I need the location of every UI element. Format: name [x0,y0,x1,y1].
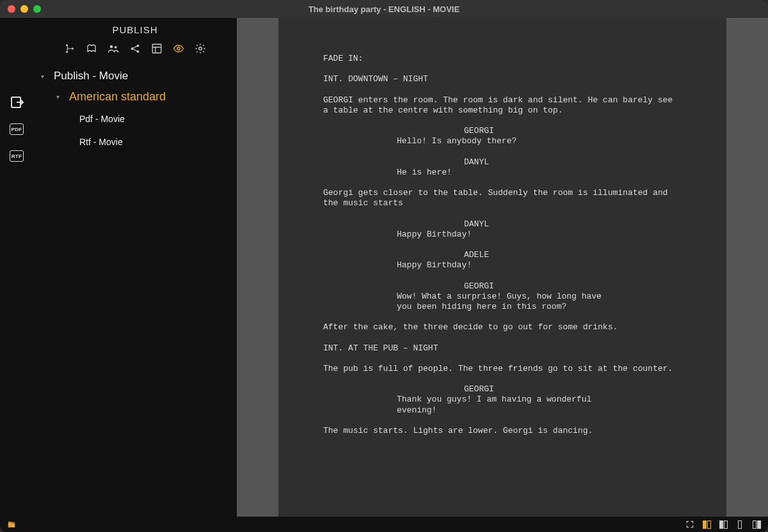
minimize-window-button[interactable] [20,5,28,13]
scene-heading: INT. DOWNTOWN – NIGHT [323,74,682,84]
action: GEORGI enters the room. The room is dark… [323,95,682,116]
panel-left-icon[interactable] [701,520,712,529]
action: After the cake, the three decide to go o… [323,322,682,332]
window-title: The birthday party - ENGLISH - MOVIE [0,4,768,14]
sidebar-toolbar [33,43,237,54]
sidebar: PUBLISH ▾ Publish - Movie ▾ American sta… [33,18,237,517]
window-controls [0,5,41,13]
action: The pub is full of people. The three fri… [323,364,682,374]
people-icon[interactable] [108,43,119,54]
dialogue: Happy Birthday! [323,260,682,270]
dialogue: Happy Birthday! [323,230,682,240]
tree-item-rtf-movie[interactable]: Rtf - Movie [33,130,237,153]
left-gutter: PDF RTF [0,18,33,517]
character: GEORGI [323,384,682,395]
panel-right-icon[interactable] [751,520,762,529]
svg-point-10 [177,47,180,51]
share-icon[interactable] [129,43,141,54]
sidebar-title: PUBLISH [33,24,237,35]
scene-heading: INT. AT THE PUB – NIGHT [323,343,682,354]
dialogue: Wow! What a surprise! Guys, how long hav… [323,292,682,313]
panel-left-alt-icon[interactable] [718,520,728,529]
script-page: FADE IN: INT. DOWNTOWN – NIGHT GEORGI en… [278,18,726,517]
character: DANYL [323,157,682,168]
svg-point-2 [66,51,68,53]
character: ADELE [323,250,682,260]
svg-point-4 [110,45,113,49]
tree-item-pdf-movie[interactable]: Pdf - Movie [33,107,237,130]
character: DANYL [323,219,682,230]
character: GEORGI [323,126,682,136]
rtf-format-icon[interactable]: RTF [9,148,24,164]
fullscreen-icon[interactable] [685,520,695,529]
dialogue: Thank you guys! I am having a wonderful … [323,395,682,416]
action: Georgi gets closer to the table. Suddenl… [323,188,682,209]
tree-group-american-standard[interactable]: ▾ American standard [33,86,237,107]
tree-root-publish-movie[interactable]: ▾ Publish - Movie [33,66,237,86]
layout-icon[interactable] [151,43,163,54]
maximize-window-button[interactable] [33,5,41,13]
titlebar: The birthday party - ENGLISH - MOVIE [0,0,768,18]
tree-icon[interactable] [64,43,76,54]
character: GEORGI [323,281,682,292]
fade-in: FADE IN: [323,54,682,64]
export-icon[interactable] [9,95,24,110]
panel-single-icon[interactable] [735,520,745,529]
statusbar [0,517,768,532]
preview-area: FADE IN: INT. DOWNTOWN – NIGHT GEORGI en… [237,18,768,517]
chevron-down-icon: ▾ [56,93,64,100]
book-icon[interactable] [86,43,97,54]
eye-icon[interactable] [173,43,184,54]
svg-point-3 [72,48,74,50]
svg-rect-9 [152,44,161,53]
gear-icon[interactable] [195,43,206,54]
main-area: PDF RTF PUBLISH ▾ Publish - Movie ▾ Amer… [0,18,768,517]
dialogue: Hello! Is anybody there? [323,136,682,146]
close-window-button[interactable] [8,5,15,13]
clapperboard-icon[interactable] [6,520,17,529]
pdf-format-icon[interactable]: PDF [9,121,24,137]
svg-point-5 [115,46,117,49]
tree-group-label: American standard [69,90,166,104]
chevron-down-icon: ▾ [41,73,49,80]
svg-point-11 [199,47,202,51]
tree-root-label: Publish - Movie [54,70,128,82]
action: The music starts. Lights are lower. Geor… [323,426,682,436]
dialogue: He is here! [323,168,682,178]
